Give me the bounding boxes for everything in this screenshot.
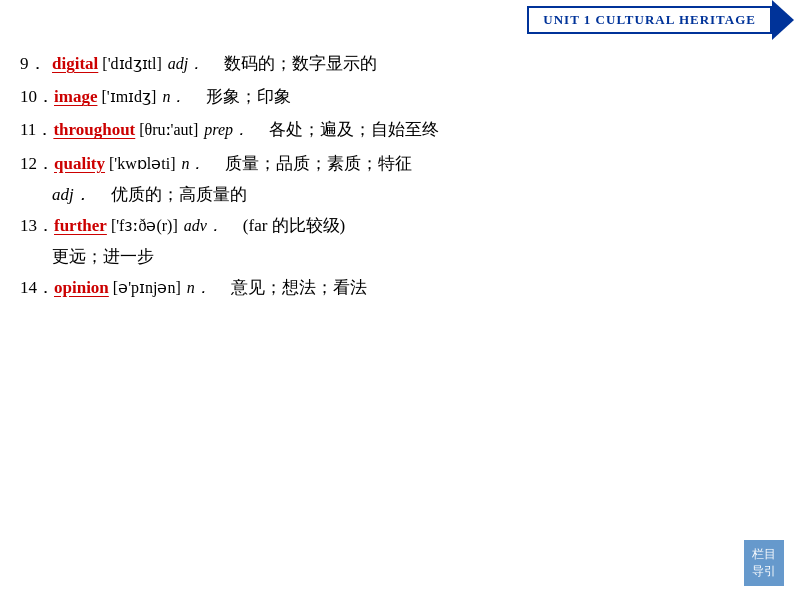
entry-11-definition: 各处；遍及；自始至终: [269, 116, 439, 143]
nav-button-line1: 栏目: [752, 547, 776, 561]
entry-10-phonetic: ['ɪmɪdʒ]: [101, 84, 156, 110]
entry-9-word: digital: [52, 50, 98, 77]
header-arrow-icon: [772, 0, 794, 40]
entry-13: 13． further ['fɜːðə(r)] adv． (far 的比较级): [20, 212, 774, 239]
entry-11: 11． throughout [θruː'aut] prep． 各处；遍及；自始…: [20, 116, 774, 143]
entry-13-word: further: [54, 212, 107, 239]
entry-12-sub-pos: adj．: [52, 183, 91, 206]
entry-9-pos: adj．: [168, 51, 204, 77]
entry-11-word: throughout: [53, 116, 135, 143]
entry-13-number: 13．: [20, 212, 54, 239]
entry-10: 10． image ['ɪmɪdʒ] n． 形象；印象: [20, 83, 774, 110]
entry-14-number: 14．: [20, 274, 54, 301]
entry-14-pos: n．: [187, 275, 211, 301]
entry-9-definition: 数码的；数字显示的: [224, 50, 377, 77]
entry-10-number: 10．: [20, 83, 54, 110]
entry-12-pos: n．: [181, 151, 205, 177]
entry-10-word: image: [54, 83, 97, 110]
entry-14-phonetic: [ə'pɪnjən]: [113, 275, 181, 301]
entry-13-definition: (far 的比较级): [243, 212, 345, 239]
entry-9-number: 9．: [20, 50, 52, 77]
entry-11-pos: prep．: [204, 117, 249, 143]
entry-12: 12． quality ['kwɒləti] n． 质量；品质；素质；特征: [20, 150, 774, 177]
entry-10-pos: n．: [162, 84, 186, 110]
nav-button[interactable]: 栏目 导引: [744, 540, 784, 586]
entry-12-word: quality: [54, 150, 105, 177]
entry-11-phonetic: [θruː'aut]: [139, 117, 198, 143]
entry-12-number: 12．: [20, 150, 54, 177]
entry-9-phonetic: ['dɪdʒɪtl]: [102, 51, 161, 77]
entry-13-sub-definition: 更远；进一步: [52, 245, 154, 268]
entry-14: 14． opinion [ə'pɪnjən] n． 意见；想法；看法: [20, 274, 774, 301]
entry-12-sub-definition: 优质的；高质量的: [111, 183, 247, 206]
entry-9: 9． digital ['dɪdʒɪtl] adj． 数码的；数字显示的: [20, 50, 774, 77]
entry-13-phonetic: ['fɜːðə(r)]: [111, 213, 178, 239]
main-content: 9． digital ['dɪdʒɪtl] adj． 数码的；数字显示的 10．…: [20, 50, 774, 546]
entry-10-definition: 形象；印象: [206, 83, 291, 110]
entry-11-number: 11．: [20, 116, 53, 143]
entry-13-sub: 更远；进一步: [20, 245, 774, 268]
entry-14-definition: 意见；想法；看法: [231, 274, 367, 301]
unit-title: UNIT 1 CULTURAL HERITAGE: [527, 6, 772, 34]
entry-12-sub: adj． 优质的；高质量的: [20, 183, 774, 206]
nav-button-line2: 导引: [752, 564, 776, 578]
header-bar: UNIT 1 CULTURAL HERITAGE: [527, 0, 794, 40]
entry-12-definition: 质量；品质；素质；特征: [225, 150, 412, 177]
entry-12-phonetic: ['kwɒləti]: [109, 151, 175, 177]
entry-14-word: opinion: [54, 274, 109, 301]
entry-13-pos: adv．: [184, 213, 223, 239]
